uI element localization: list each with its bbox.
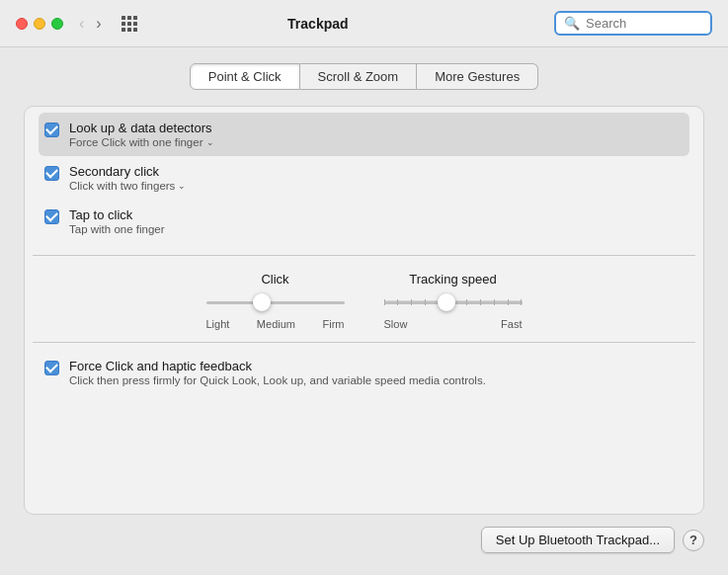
tab-bar: Point & Click Scroll & Zoom More Gesture… — [24, 63, 704, 90]
tap-to-click-checkbox[interactable] — [44, 209, 59, 224]
search-input[interactable] — [586, 16, 702, 31]
help-button[interactable]: ? — [683, 530, 704, 551]
divider-2 — [33, 342, 695, 343]
bluetooth-button[interactable]: Set Up Bluetooth Trackpad... — [481, 527, 675, 553]
force-click-title: Force Click and haptic feedback — [69, 359, 486, 373]
tracking-speed-track — [384, 301, 523, 304]
tracking-speed-labels: Slow Fast — [384, 318, 523, 330]
sliders-section: Click Light Medium Firm Tracking speed — [25, 260, 703, 338]
search-icon: 🔍 — [564, 16, 580, 31]
look-up-checkbox-wrap[interactable] — [44, 123, 59, 137]
footer-row: Set Up Bluetooth Trackpad... ? — [24, 515, 704, 559]
click-slider-center-label: Medium — [257, 318, 295, 330]
tracking-speed-label: Tracking speed — [409, 272, 496, 287]
window-title: Trackpad — [94, 16, 542, 32]
setting-look-up: Look up & data detectors Force Click wit… — [39, 113, 689, 156]
tracking-speed-track-wrap[interactable] — [384, 292, 523, 312]
minimize-button[interactable] — [34, 18, 45, 30]
look-up-title: Look up & data detectors — [69, 121, 214, 135]
search-box[interactable]: 🔍 — [554, 11, 712, 36]
click-slider-labels: Light Medium Firm — [206, 318, 345, 330]
secondary-click-subtitle: Click with two fingers ⌄ — [69, 180, 186, 192]
click-slider-left-label: Light — [206, 318, 230, 330]
secondary-click-text: Secondary click Click with two fingers ⌄ — [69, 164, 186, 192]
divider-1 — [33, 255, 695, 256]
click-slider-track-wrap[interactable] — [206, 292, 345, 312]
settings-list: Look up & data detectors Force Click wit… — [25, 107, 703, 253]
tracking-speed-right-label: Fast — [501, 318, 522, 330]
tab-more-gestures[interactable]: More Gestures — [417, 63, 538, 90]
close-button[interactable] — [16, 18, 28, 30]
look-up-subtitle: Force Click with one finger ⌄ — [69, 136, 214, 148]
click-slider-group: Click Light Medium Firm — [206, 272, 345, 330]
tap-to-click-text: Tap to click Tap with one finger — [69, 207, 165, 235]
force-click-checkbox[interactable] — [44, 361, 59, 375]
tap-to-click-subtitle: Tap with one finger — [69, 223, 165, 235]
secondary-click-chevron-icon: ⌄ — [178, 181, 186, 191]
secondary-click-checkbox[interactable] — [44, 166, 59, 181]
setting-secondary-click: Secondary click Click with two fingers ⌄ — [39, 156, 689, 200]
look-up-checkbox[interactable] — [44, 123, 59, 137]
secondary-click-checkbox-wrap[interactable] — [44, 166, 59, 181]
tracking-speed-slider-group: Tracking speed — [384, 272, 523, 330]
force-click-text: Force Click and haptic feedback Click th… — [69, 359, 486, 386]
look-up-text: Look up & data detectors Force Click wit… — [69, 121, 214, 148]
secondary-click-title: Secondary click — [69, 164, 186, 179]
titlebar: ‹ › Trackpad 🔍 — [0, 0, 728, 47]
tap-to-click-title: Tap to click — [69, 207, 165, 222]
tracking-speed-thumb[interactable] — [438, 293, 455, 311]
traffic-lights — [16, 18, 63, 30]
main-content: Point & Click Scroll & Zoom More Gesture… — [0, 47, 728, 575]
setting-tap-to-click: Tap to click Tap with one finger — [39, 200, 689, 243]
maximize-button[interactable] — [51, 18, 63, 30]
click-slider-track — [206, 301, 345, 304]
force-click-subtitle: Click then press firmly for Quick Look, … — [69, 374, 486, 386]
bottom-section: Force Click and haptic feedback Click th… — [25, 347, 703, 404]
setting-force-click: Force Click and haptic feedback Click th… — [39, 351, 689, 394]
tracking-speed-left-label: Slow — [384, 318, 408, 330]
click-slider-thumb[interactable] — [253, 293, 271, 311]
settings-panel: Look up & data detectors Force Click wit… — [24, 106, 704, 515]
tab-scroll-zoom[interactable]: Scroll & Zoom — [300, 63, 418, 90]
click-slider-right-label: Firm — [322, 318, 344, 330]
click-slider-label: Click — [261, 272, 288, 287]
look-up-chevron-icon: ⌄ — [206, 137, 214, 147]
back-button[interactable]: ‹ — [75, 14, 88, 34]
tap-to-click-checkbox-wrap[interactable] — [44, 209, 59, 224]
tab-point-click[interactable]: Point & Click — [190, 63, 300, 90]
force-click-checkbox-wrap[interactable] — [44, 361, 59, 375]
